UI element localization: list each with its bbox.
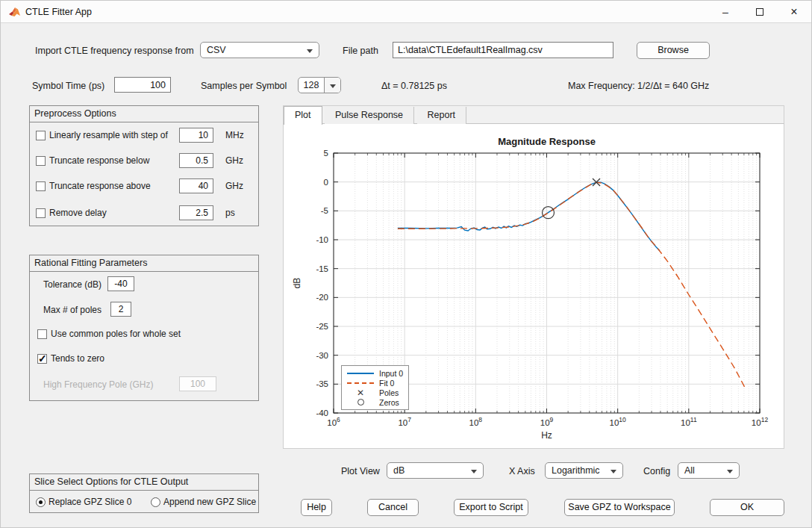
x-axis-value: Logarithmic [552, 465, 600, 476]
maximize-button[interactable] [743, 1, 777, 23]
browse-button[interactable]: Browse [637, 42, 710, 59]
tab-pulse-response[interactable]: Pulse Response [325, 107, 414, 125]
maximize-icon [756, 8, 763, 16]
file-path-input[interactable] [393, 42, 613, 58]
minimize-button[interactable]: – [708, 1, 743, 23]
tends-to-zero-checkbox[interactable]: ✓ [37, 354, 47, 364]
x-marker-icon: ✕ [346, 389, 375, 397]
remove-delay-label: Remove delay [49, 208, 107, 218]
chevron-down-icon [727, 470, 733, 473]
common-poles-checkbox[interactable]: ✓ [37, 329, 47, 339]
symbol-time-label: Symbol Time (ps) [32, 81, 104, 91]
rational-fitting-panel: Rational Fitting Parameters Tolerance (d… [29, 255, 259, 401]
svg-text:5: 5 [324, 149, 328, 158]
config-select[interactable]: All [678, 462, 740, 479]
truncate-below-label: Truncate response below [49, 155, 149, 166]
radio-dot-icon [39, 500, 43, 504]
legend-label: Input 0 [379, 369, 403, 378]
close-button[interactable]: × [777, 1, 811, 23]
chart-legend: Input 0 Fit 0 ✕Poles Zeros [341, 365, 409, 410]
chevron-down-icon [471, 470, 477, 473]
legend-label: Poles [379, 388, 399, 397]
high-freq-pole-label: High Frequency Pole (GHz) [43, 379, 153, 390]
svg-text:-30: -30 [316, 351, 328, 360]
resample-step-input[interactable] [179, 128, 213, 143]
legend-label: Fit 0 [379, 379, 394, 388]
import-format-select[interactable]: CSV [200, 42, 319, 58]
append-gpz-label: Append new GPZ Slice [163, 497, 256, 507]
samples-per-symbol-select[interactable]: 128 [298, 77, 341, 93]
plot-view-select[interactable]: dB [387, 462, 484, 479]
legend-item-poles: ✕Poles [346, 388, 408, 397]
truncate-below-unit: GHz [225, 155, 243, 166]
remove-delay-input[interactable] [179, 205, 213, 220]
truncate-below-checkbox[interactable]: ✓ [36, 156, 46, 166]
save-gpz-button[interactable]: Save GPZ to Workspace [564, 499, 675, 516]
samples-per-symbol-value: 128 [299, 78, 324, 93]
max-poles-input[interactable] [110, 302, 131, 317]
legend-item-zeros: Zeros [346, 397, 408, 407]
chevron-down-icon [330, 84, 336, 88]
svg-text:-20: -20 [316, 293, 328, 302]
svg-text:0: 0 [324, 178, 328, 187]
max-poles-label: Max # of poles [43, 305, 102, 315]
svg-text:107: 107 [398, 416, 411, 427]
svg-text:108: 108 [469, 416, 483, 427]
replace-gpz-radio[interactable] [36, 497, 46, 507]
samples-arrow-cell[interactable] [324, 78, 340, 93]
symbol-time-input[interactable] [114, 77, 171, 93]
chevron-down-icon [610, 470, 616, 473]
tends-to-zero-label: Tends to zero [51, 353, 104, 364]
truncate-below-input[interactable] [179, 153, 213, 168]
truncate-above-checkbox[interactable]: ✓ [36, 181, 46, 191]
tab-plot[interactable]: Plot [284, 106, 322, 125]
window-title: CTLE Fitter App [25, 1, 92, 23]
slice-select-panel-title: Slice Select Options for CTLE Output [30, 474, 258, 491]
svg-text:-40: -40 [316, 409, 328, 417]
chart-title: Magnitude Response [498, 136, 596, 147]
legend-item-fit: Fit 0 [346, 378, 408, 388]
high-freq-pole-input [179, 376, 216, 391]
resample-checkbox[interactable]: ✓ [36, 131, 46, 140]
ok-button[interactable]: OK [710, 499, 784, 516]
matlab-logo-icon [8, 6, 21, 19]
tolerance-input[interactable] [107, 276, 134, 291]
remove-delay-checkbox[interactable]: ✓ [36, 208, 46, 218]
append-gpz-radio[interactable] [151, 497, 160, 507]
delta-t-readout: Δt = 0.78125 ps [381, 81, 447, 91]
rational-fitting-panel-title: Rational Fitting Parameters [30, 255, 258, 272]
truncate-above-input[interactable] [179, 178, 213, 193]
legend-label: Zeros [379, 398, 399, 407]
svg-text:1010: 1010 [610, 416, 627, 427]
common-poles-label: Use common poles for whole set [51, 329, 181, 339]
truncate-above-unit: GHz [225, 181, 243, 191]
export-to-script-button[interactable]: Export to Script [454, 499, 528, 516]
resample-unit: MHz [225, 130, 244, 140]
svg-text:1012: 1012 [752, 416, 769, 427]
plot-tab-panel: 10610710810910101011101250-5-10-15-20-25… [283, 124, 784, 449]
series-fit-0 [398, 182, 746, 388]
remove-delay-unit: ps [225, 208, 235, 218]
legend-item-input: Input 0 [346, 368, 408, 378]
svg-text:109: 109 [540, 416, 554, 427]
preprocess-panel-title: Preprocess Options [30, 106, 258, 122]
svg-text:-15: -15 [316, 264, 328, 273]
svg-text:-5: -5 [321, 206, 328, 215]
plot-view-label: Plot View [341, 466, 380, 476]
svg-text:-35: -35 [316, 379, 328, 388]
x-axis-select[interactable]: Logarithmic [545, 462, 623, 479]
x-axis-title: Hz [541, 430, 552, 441]
tolerance-label: Tolerance (dB) [43, 279, 102, 290]
cancel-button[interactable]: Cancel [367, 499, 419, 516]
samples-per-symbol-label: Samples per Symbol [201, 81, 287, 91]
svg-text:106: 106 [327, 416, 340, 427]
tab-report[interactable]: Report [417, 107, 467, 125]
tab-bar: Plot Pulse Response Report [283, 105, 784, 124]
series-input-0 [398, 182, 660, 251]
file-path-label: File path [343, 46, 378, 56]
help-button[interactable]: Help [301, 499, 332, 516]
ctle-fitter-window: CTLE Fitter App – × Import CTLE frequenc… [0, 0, 812, 528]
truncate-above-label: Truncate response above [49, 181, 151, 191]
svg-text:-25: -25 [316, 322, 328, 331]
chevron-down-icon [307, 49, 313, 53]
